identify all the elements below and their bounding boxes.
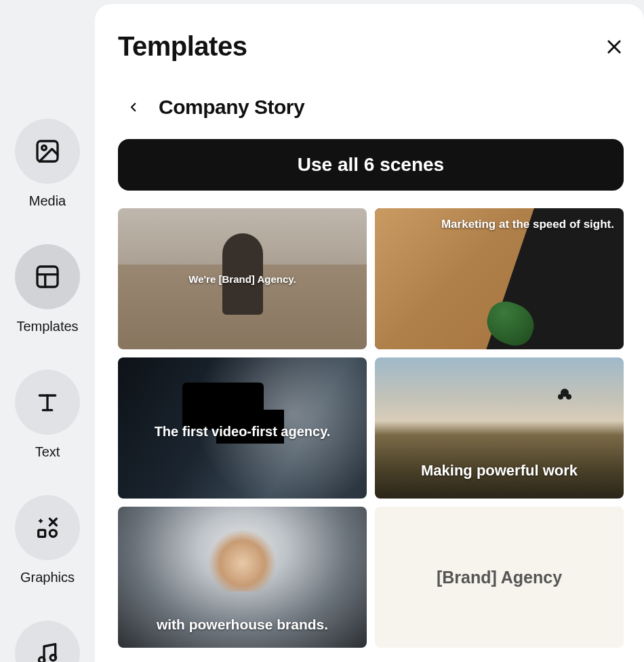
- scene-caption: with powerhouse brands.: [118, 617, 367, 633]
- panel-header: Templates: [118, 31, 624, 62]
- media-icon: [15, 119, 80, 184]
- sidebar-item-media[interactable]: Media: [15, 119, 80, 209]
- scene-caption: [Brand] Agency: [437, 568, 562, 587]
- back-button[interactable]: [127, 101, 140, 113]
- text-icon: [15, 370, 80, 435]
- audio-icon: [15, 621, 80, 662]
- scene-thumbnail[interactable]: The first video-first agency.: [118, 357, 367, 499]
- close-button[interactable]: [605, 37, 624, 56]
- graphics-icon: [15, 495, 80, 560]
- svg-point-1: [42, 146, 47, 151]
- sub-title: Company Story: [159, 96, 304, 119]
- sidebar-item-text[interactable]: Text: [15, 370, 80, 460]
- templates-panel: Templates Company Story Use all 6 scenes…: [95, 4, 644, 662]
- scene-thumbnail[interactable]: Marketing at the speed of sight.: [375, 208, 624, 349]
- sidebar-item-graphics[interactable]: Graphics: [15, 495, 80, 585]
- scene-thumbnail[interactable]: Making powerful work: [375, 357, 624, 499]
- sub-header: Company Story: [118, 96, 624, 119]
- sidebar-item-label: Graphics: [20, 570, 75, 585]
- sidebar-item-label: Templates: [16, 319, 78, 334]
- scenes-grid: We're [Brand] Agency. Marketing at the s…: [118, 208, 624, 648]
- svg-point-8: [50, 655, 56, 661]
- sidebar: Media Templates Text Graphics Audio: [0, 0, 95, 662]
- scene-caption: Making powerful work: [375, 462, 624, 480]
- svg-rect-2: [37, 267, 58, 287]
- scene-thumbnail[interactable]: [Brand] Agency: [375, 507, 624, 648]
- scene-caption: Marketing at the speed of sight.: [441, 218, 614, 231]
- svg-point-6: [49, 530, 56, 537]
- use-all-scenes-button[interactable]: Use all 6 scenes: [118, 139, 624, 191]
- scene-caption: The first video-first agency.: [118, 424, 367, 440]
- svg-rect-5: [39, 530, 45, 537]
- sidebar-item-label: Text: [35, 444, 60, 460]
- sidebar-item-label: Media: [29, 193, 66, 209]
- scene-caption: We're [Brand] Agency.: [118, 273, 367, 285]
- scene-thumbnail[interactable]: We're [Brand] Agency.: [118, 208, 367, 349]
- panel-title: Templates: [118, 31, 247, 62]
- svg-point-7: [39, 657, 45, 662]
- scene-thumbnail[interactable]: with powerhouse brands.: [118, 507, 367, 648]
- sidebar-item-templates[interactable]: Templates: [15, 244, 80, 334]
- templates-icon: [15, 244, 80, 309]
- sidebar-item-audio[interactable]: Audio: [15, 621, 80, 662]
